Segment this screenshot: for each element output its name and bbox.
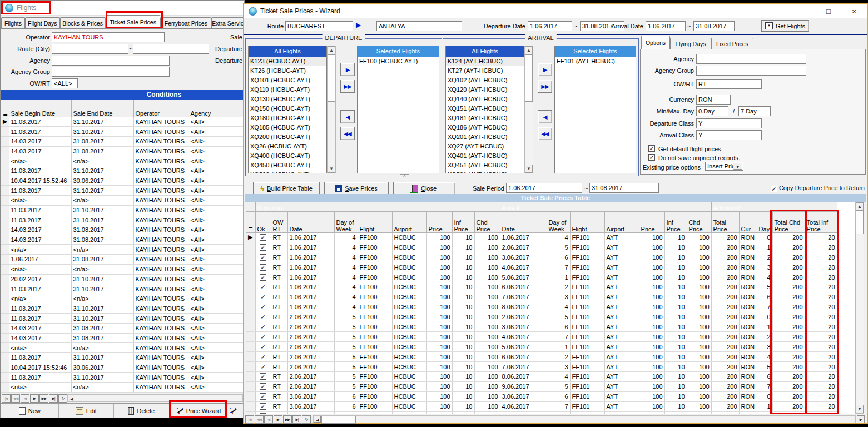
list-item[interactable]: XQ401 (AYT-HCBUC)	[446, 151, 524, 161]
cell[interactable]: 10	[452, 332, 474, 342]
cell[interactable]: 2.06.2017	[287, 332, 334, 342]
row-ok-checkbox[interactable]: ✓	[260, 294, 266, 300]
cell[interactable]: <All>	[189, 235, 245, 245]
cell[interactable]: 200	[711, 292, 739, 302]
cell[interactable]: <n/a>	[9, 294, 71, 304]
cell[interactable]: KAYIHAN TOURS	[133, 196, 189, 206]
cell[interactable]: 100	[687, 332, 711, 342]
table-row[interactable]: 14.03.201731.08.2017KAYIHAN TOURS<All>	[1, 136, 245, 146]
cell[interactable]: 5	[334, 312, 358, 322]
cell[interactable]: RT	[271, 352, 287, 362]
cell[interactable]: 100	[687, 352, 711, 362]
cell[interactable]: 6	[757, 292, 772, 302]
cell[interactable]: 2.06.2017	[287, 381, 334, 391]
move-right-button[interactable]: ▶	[340, 63, 355, 76]
cell[interactable]: RT	[271, 282, 287, 292]
cell[interactable]: 7.06.2017	[500, 292, 547, 302]
tab-fixed-prices[interactable]: Fixed Prices	[711, 38, 753, 49]
cell[interactable]: <n/a>	[9, 245, 71, 255]
max-day-field[interactable]: 7.Day	[738, 106, 771, 116]
cell[interactable]: FF100	[358, 282, 392, 292]
cell[interactable]: 200	[772, 381, 805, 391]
cell[interactable]: 200	[711, 401, 739, 411]
list-item[interactable]: XQ201 (AYT-HCBUC)	[446, 132, 524, 142]
cell[interactable]: 10.04.2017 15:52:46	[9, 176, 71, 186]
cell[interactable]: 10	[452, 292, 474, 302]
cell[interactable]: 10	[664, 292, 687, 302]
list-item[interactable]: XQ140 (AYT-HCBUC)	[446, 95, 524, 104]
cell[interactable]: 100	[687, 292, 711, 302]
cell[interactable]: 200	[772, 272, 805, 282]
table-row[interactable]: ✓RT2.06.20175FF100HCBUC100101006.06.2017…	[246, 352, 837, 362]
cell[interactable]: 100	[426, 322, 452, 332]
cell[interactable]: 14.03.2017	[9, 225, 71, 235]
cell[interactable]: <n/a>	[71, 343, 133, 353]
cell[interactable]: 6	[334, 401, 358, 411]
cell[interactable]: 10	[452, 272, 474, 282]
cell[interactable]: 10	[452, 352, 474, 362]
row-ok-checkbox[interactable]: ✓	[260, 264, 266, 271]
cell[interactable]: <All>	[189, 284, 245, 294]
cell[interactable]: 20	[805, 252, 837, 262]
cell[interactable]: 100	[426, 302, 452, 312]
cell[interactable]: 20	[805, 272, 837, 282]
cell[interactable]: 10	[664, 312, 687, 322]
cell[interactable]: 10	[452, 401, 474, 411]
cell[interactable]: 100	[474, 302, 500, 312]
cell[interactable]: 7	[547, 332, 570, 342]
table-row[interactable]: <n/a><n/a>KAYIHAN TOURS<All>	[1, 294, 245, 304]
cell[interactable]: KAYIHAN TOURS	[133, 176, 189, 186]
cell[interactable]: 31.10.2017	[71, 274, 133, 284]
cell[interactable]: FF101	[570, 352, 604, 362]
cell[interactable]: 10	[664, 362, 687, 372]
cell[interactable]: <n/a>	[9, 264, 71, 274]
cell[interactable]: KAYIHAN TOURS	[133, 136, 189, 146]
cell[interactable]: RON	[739, 401, 757, 411]
cell[interactable]: 10	[452, 322, 474, 332]
cell[interactable]: 4.06.2017	[500, 401, 547, 411]
table-row[interactable]: 10.04.2017 15:52:4630.06.2017KAYIHAN TOU…	[1, 363, 245, 373]
cell[interactable]: AYT	[604, 411, 639, 414]
no-unpriced-records-checkbox[interactable]: ✓	[648, 154, 655, 161]
cell[interactable]: RT	[271, 232, 287, 242]
cell[interactable]: 31.10.2017	[71, 186, 133, 196]
nav-button-5[interactable]: ▶|	[292, 415, 301, 424]
cell[interactable]: 20	[805, 292, 837, 302]
cell[interactable]: 200	[711, 391, 739, 401]
cell[interactable]: 1.06.2017	[287, 262, 334, 272]
cell[interactable]: <All>	[189, 314, 245, 324]
cell[interactable]: KAYIHAN TOURS	[133, 363, 189, 373]
cell[interactable]: 100	[426, 312, 452, 322]
cell[interactable]: 1.06.2017	[287, 232, 334, 242]
maximize-button[interactable]: □	[816, 7, 841, 16]
row-ok-checkbox[interactable]: ✓	[260, 334, 266, 340]
cell[interactable]: 100	[426, 362, 452, 372]
cell[interactable]: 4.06.2017	[500, 262, 547, 272]
cell[interactable]: 10	[664, 391, 687, 401]
cell[interactable]: 14.03.2017	[9, 323, 71, 333]
cell[interactable]: 10	[452, 411, 474, 414]
list-item[interactable]: XQ150 (HCBUC-AYT)	[249, 104, 326, 113]
scroll-down-icon[interactable]: ▼	[525, 165, 533, 173]
ok-cell[interactable]: ✓	[255, 342, 271, 352]
cell[interactable]: 1.06.2017	[287, 242, 334, 252]
cell[interactable]: 6	[334, 391, 358, 401]
cell[interactable]: RT	[271, 252, 287, 262]
cell[interactable]: 100	[639, 342, 664, 352]
ok-cell[interactable]: ✓	[255, 401, 271, 411]
delete-button[interactable]: Delete	[114, 404, 170, 418]
arrival-list-scrollbar[interactable]: ▲ ▼	[524, 46, 533, 173]
cell[interactable]: 200	[772, 292, 805, 302]
cell[interactable]: <All>	[189, 353, 245, 363]
cell[interactable]: FF100	[358, 352, 392, 362]
cell[interactable]: 100	[474, 342, 500, 352]
cell[interactable]: 7	[757, 381, 772, 391]
cell[interactable]: AYT	[604, 322, 639, 332]
cell[interactable]: 31.08.2017	[71, 146, 133, 156]
owrt-field[interactable]: <ALL>	[52, 78, 78, 88]
cell[interactable]: 100	[426, 352, 452, 362]
cell[interactable]: 5	[757, 282, 772, 292]
cell[interactable]: 100	[687, 232, 711, 242]
cell[interactable]: FF100	[358, 252, 392, 262]
cell[interactable]: 200	[711, 242, 739, 252]
